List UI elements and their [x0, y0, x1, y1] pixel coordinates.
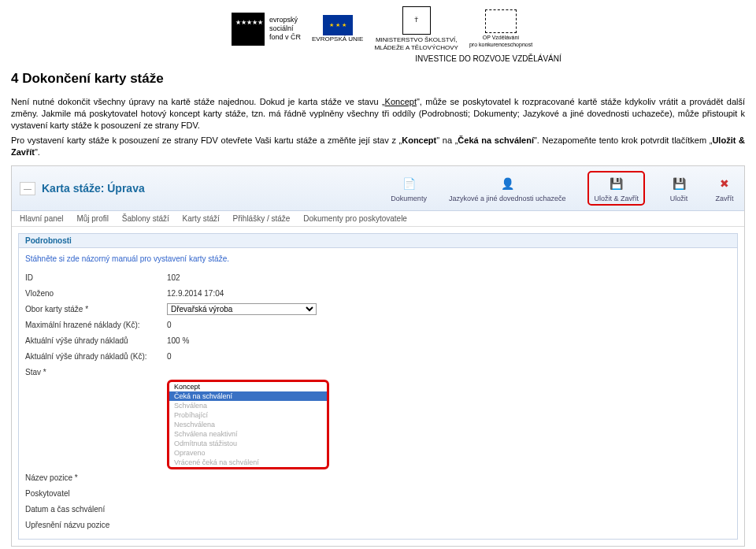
stav-option-8[interactable]: Vrácené čeká na schválení [169, 458, 327, 467]
esf-icon [232, 13, 265, 46]
screenshot-header: — Karta stáže: Úprava 📄Dokumenty 👤Jazyko… [12, 166, 744, 211]
panel-body: Stáhněte si zde názorný manuál pro vysta… [19, 248, 737, 539]
nav-1[interactable]: Můj profil [76, 214, 109, 223]
p1-koncept: Koncept [385, 97, 417, 106]
ministry-line1: MINISTERSTVO ŠKOLSTVÍ, [374, 36, 458, 44]
uhrada-label: Aktuální výše úhrady nákladů [25, 336, 167, 345]
ministry-line2: MLÁDEŽE A TĚLOVÝCHOVY [374, 44, 458, 52]
eu-label: EVROPSKÁ UNIE [312, 35, 363, 43]
save-close-icon: 💾 [605, 174, 628, 193]
op-logo: OP Vzdělávání pro konkurenceschopnost [469, 9, 532, 48]
nav-0[interactable]: Hlavní panel [20, 214, 64, 223]
stav-dropdown[interactable]: Koncept Čeká na schválení Schválena Prob… [167, 380, 329, 469]
p2-from: Koncept [402, 135, 436, 145]
p2-to: Čeká na schválení [458, 135, 534, 145]
nazev-label: Název pozice * [25, 473, 167, 482]
vlozeno-label: Vloženo [25, 289, 167, 298]
stav-option-1[interactable]: Čeká na schválení [169, 391, 327, 401]
skills-icon: 👤 [495, 174, 519, 193]
upres-label: Upřesnění názvu pozice [25, 521, 167, 529]
manual-link[interactable]: Stáhněte si zde názorný manuál pro vysta… [25, 254, 731, 263]
app-screenshot: — Karta stáže: Úprava 📄Dokumenty 👤Jazyko… [11, 165, 745, 547]
max-value: 0 [167, 321, 172, 329]
paragraph-1: Není nutné dokončit všechny úpravy na ka… [11, 96, 745, 132]
tool-save-close-label: Uložit & Zavřít [594, 195, 639, 202]
p1-text-a: Není nutné dokončit všechny úpravy na ka… [11, 97, 385, 106]
screenshot-nav: Hlavní panel Můj profil Šablony stáží Ka… [12, 211, 744, 227]
header-logos: evropský sociální fond v ČR ★ ★ ★ EVROPS… [232, 6, 745, 51]
vlozeno-value: 12.9.2014 17:04 [167, 289, 224, 298]
tool-documents-label: Dokumenty [391, 195, 427, 202]
invest-slogan: INVESTICE DO ROZVOJE VZDĚLÁVÁNÍ [232, 54, 745, 63]
p2-text-c: ". Nezapomeňte tento krok potvrdit tlačí… [534, 135, 712, 145]
tool-documents[interactable]: 📄Dokumenty [391, 174, 427, 202]
documents-icon: 📄 [397, 174, 421, 193]
stav-label: Stav * [25, 368, 167, 377]
close-icon: ✖ [713, 174, 736, 193]
max-label: Maximální hrazené náklady (Kč): [25, 321, 167, 329]
op-line2: pro konkurenceschopnost [469, 42, 532, 48]
stav-option-6[interactable]: Odmítnuta stážistou [169, 439, 327, 448]
tool-close[interactable]: ✖Zavřít [713, 174, 736, 202]
uhrada-value: 100 % [167, 336, 189, 345]
stav-option-2[interactable]: Schválena [169, 401, 327, 410]
id-value: 102 [167, 273, 180, 282]
panel-heading: Podrobnosti [19, 234, 737, 248]
ministry-icon: Ť [402, 6, 431, 35]
tool-save-close[interactable]: 💾Uložit & Zavřít [587, 171, 645, 206]
nav-5[interactable]: Dokumenty pro poskytovatele [303, 214, 407, 223]
obor-select[interactable]: Dřevařská výroba [167, 303, 317, 315]
p2-text-b: " na „ [436, 135, 458, 145]
nav-4[interactable]: Přihlášky / stáže [233, 214, 291, 223]
tool-save-label: Uložit [670, 195, 688, 202]
stav-option-0[interactable]: Koncept [169, 382, 327, 391]
screenshot-toolbar: 📄Dokumenty 👤Jazykové a jiné dovednosti u… [391, 171, 736, 206]
obor-label: Obor karty stáže * [25, 305, 167, 313]
stav-option-5[interactable]: Schválena neaktivní [169, 429, 327, 439]
tool-skills-label: Jazykové a jiné dovednosti uchazeče [449, 195, 566, 202]
tool-skills[interactable]: 👤Jazykové a jiné dovednosti uchazeče [449, 174, 566, 202]
card-icon: — [20, 182, 35, 195]
op-line1: OP Vzdělávání [469, 35, 532, 41]
posk-label: Poskytovatel [25, 489, 167, 498]
panel-details: Podrobnosti Stáhněte si zde názorný manu… [18, 233, 738, 540]
eu-logo: ★ ★ ★ EVROPSKÁ UNIE [312, 15, 363, 43]
stav-option-4[interactable]: Neschválena [169, 420, 327, 429]
nav-2[interactable]: Šablony stáží [122, 214, 169, 223]
stav-option-3[interactable]: Probíhající [169, 410, 327, 420]
nav-3[interactable]: Karty stáží [183, 214, 220, 223]
datum-label: Datum a čas schválení [25, 505, 167, 514]
esf-text: evropský sociální fond v ČR [269, 16, 301, 41]
p2-text-d: ". [35, 147, 40, 157]
tool-close-label: Zavřít [715, 195, 733, 202]
stav-option-7[interactable]: Opraveno [169, 448, 327, 458]
tool-save[interactable]: 💾Uložit [667, 174, 691, 202]
card-title: Karta stáže: Úprava [42, 182, 145, 195]
nakl-value: 0 [167, 352, 172, 361]
id-label: ID [25, 273, 167, 282]
paragraph-2: Pro vystavení karty stáže k posouzení ze… [11, 135, 745, 158]
p2-text-a: Pro vystavení karty stáže k posouzení ze… [11, 135, 402, 145]
eu-flag-icon: ★ ★ ★ [323, 15, 353, 35]
nakl-label: Aktuální výše úhrady nákladů (Kč): [25, 352, 167, 361]
save-icon: 💾 [667, 174, 691, 193]
esf-logo: evropský sociální fond v ČR [232, 13, 301, 46]
op-icon [485, 9, 517, 33]
ministry-logo: Ť MINISTERSTVO ŠKOLSTVÍ, MLÁDEŽE A TĚLOV… [374, 6, 458, 51]
section-heading: 4 Dokončení karty stáže [11, 71, 745, 87]
